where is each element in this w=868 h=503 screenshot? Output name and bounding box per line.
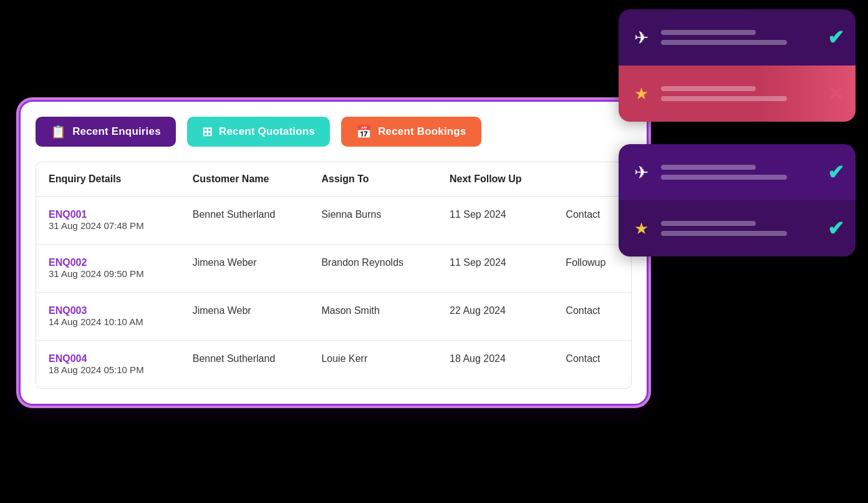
table-header-row: Enquiry Details Customer Name Assign To … bbox=[36, 162, 631, 197]
cell-customer-name: Bennet Sutherland bbox=[180, 197, 309, 245]
plane-icon: ✈ bbox=[630, 27, 652, 48]
tab-recent-quotations[interactable]: ⊞ Recent Quotations bbox=[187, 117, 330, 147]
tab-enquiries-label: Recent Enquiries bbox=[72, 125, 161, 138]
notif-lines bbox=[661, 30, 819, 45]
enquiry-id[interactable]: ENQ002 bbox=[49, 257, 168, 268]
enquiry-id[interactable]: ENQ004 bbox=[49, 353, 168, 364]
table-row[interactable]: ENQ001 31 Aug 2024 07:48 PM Bennet Suthe… bbox=[36, 197, 631, 245]
tabs-bar: 📋 Recent Enquiries ⊞ Recent Quotations 📅… bbox=[36, 117, 632, 147]
enquiries-icon: 📋 bbox=[51, 124, 66, 139]
tab-quotations-label: Recent Quotations bbox=[219, 125, 315, 138]
star-icon: ★ bbox=[630, 84, 652, 104]
enquiries-table-wrapper: Enquiry Details Customer Name Assign To … bbox=[36, 162, 632, 389]
star-icon: ★ bbox=[630, 219, 652, 238]
cell-follow-up: 11 Sep 2024 bbox=[437, 197, 553, 245]
notif-card-plane-check[interactable]: ✈ ✔ bbox=[619, 9, 856, 66]
check-icon[interactable]: ✔ bbox=[827, 26, 844, 49]
notif-line-long bbox=[661, 40, 787, 45]
cell-assign-to: Sienna Burns bbox=[309, 197, 437, 245]
cell-action[interactable]: Contact bbox=[553, 293, 631, 341]
notif-line-short bbox=[661, 221, 756, 226]
notif-group-1: ✈ ✔ ★ ✕ bbox=[619, 9, 856, 122]
cell-assign-to: Brandon Reynolds bbox=[309, 245, 437, 293]
cross-icon[interactable]: ✕ bbox=[827, 82, 844, 105]
cell-enquiry-details: ENQ002 31 Aug 2024 09:50 PM bbox=[36, 245, 180, 293]
notif-line-long bbox=[661, 175, 787, 180]
enquiry-date: 31 Aug 2024 09:50 PM bbox=[49, 268, 144, 279]
tab-recent-bookings[interactable]: 📅 Recent Bookings bbox=[341, 117, 481, 147]
tab-bookings-label: Recent Bookings bbox=[378, 125, 466, 138]
col-next-followup: Next Follow Up bbox=[437, 162, 553, 197]
cell-enquiry-details: ENQ004 18 Aug 2024 05:10 PM bbox=[36, 341, 180, 389]
notif-group-2: ✈ ✔ ★ ✔ bbox=[619, 144, 856, 256]
notif-line-short bbox=[661, 86, 756, 91]
enquiry-date: 18 Aug 2024 05:10 PM bbox=[49, 364, 144, 375]
table-row[interactable]: ENQ004 18 Aug 2024 05:10 PM Bennet Suthe… bbox=[36, 341, 631, 389]
notif-card-star-cross[interactable]: ★ ✕ bbox=[619, 66, 856, 122]
cell-enquiry-details: ENQ001 31 Aug 2024 07:48 PM bbox=[36, 197, 180, 245]
cell-customer-name: Jimena Webr bbox=[180, 293, 309, 341]
cell-follow-up: 18 Aug 2024 bbox=[437, 341, 553, 389]
notif-lines bbox=[661, 221, 819, 236]
col-enquiry-details: Enquiry Details bbox=[36, 162, 180, 197]
quotations-icon: ⊞ bbox=[202, 124, 213, 139]
plane-icon: ✈ bbox=[630, 162, 652, 183]
cell-follow-up: 22 Aug 2024 bbox=[437, 293, 553, 341]
notif-line-long bbox=[661, 231, 787, 236]
cell-follow-up: 11 Sep 2024 bbox=[437, 245, 553, 293]
cell-assign-to: Louie Kerr bbox=[309, 341, 437, 389]
bookings-icon: 📅 bbox=[356, 124, 372, 139]
notification-cards-section: ✈ ✔ ★ ✕ ✈ ✔ ★ bbox=[619, 9, 856, 256]
cell-customer-name: Bennet Sutherland bbox=[180, 341, 309, 389]
cell-assign-to: Mason Smith bbox=[309, 293, 437, 341]
tab-recent-enquiries[interactable]: 📋 Recent Enquiries bbox=[36, 117, 176, 147]
notif-line-long bbox=[661, 96, 787, 101]
enquiry-id[interactable]: ENQ003 bbox=[49, 305, 168, 316]
table-row[interactable]: ENQ003 14 Aug 2024 10:10 AM Jimena Webr … bbox=[36, 293, 631, 341]
col-customer-name: Customer Name bbox=[180, 162, 309, 197]
notif-lines bbox=[661, 86, 819, 101]
enquiries-table: Enquiry Details Customer Name Assign To … bbox=[36, 162, 631, 388]
cell-enquiry-details: ENQ003 14 Aug 2024 10:10 AM bbox=[36, 293, 180, 341]
check-icon[interactable]: ✔ bbox=[827, 217, 844, 240]
main-card: 📋 Recent Enquiries ⊞ Recent Quotations 📅… bbox=[19, 100, 649, 406]
notif-card-star-check[interactable]: ★ ✔ bbox=[619, 200, 856, 256]
table-row[interactable]: ENQ002 31 Aug 2024 09:50 PM Jimena Weber… bbox=[36, 245, 631, 293]
notif-line-short bbox=[661, 165, 756, 170]
cell-customer-name: Jimena Weber bbox=[180, 245, 309, 293]
enquiry-date: 31 Aug 2024 07:48 PM bbox=[49, 220, 144, 231]
col-assign-to: Assign To bbox=[309, 162, 437, 197]
cell-action[interactable]: Contact bbox=[553, 341, 631, 389]
enquiry-id[interactable]: ENQ001 bbox=[49, 209, 168, 220]
notif-lines bbox=[661, 165, 819, 180]
check-icon[interactable]: ✔ bbox=[827, 160, 844, 184]
notif-line-short bbox=[661, 30, 756, 35]
notif-card-plane-check-2[interactable]: ✈ ✔ bbox=[619, 144, 856, 200]
enquiry-date: 14 Aug 2024 10:10 AM bbox=[49, 316, 143, 327]
